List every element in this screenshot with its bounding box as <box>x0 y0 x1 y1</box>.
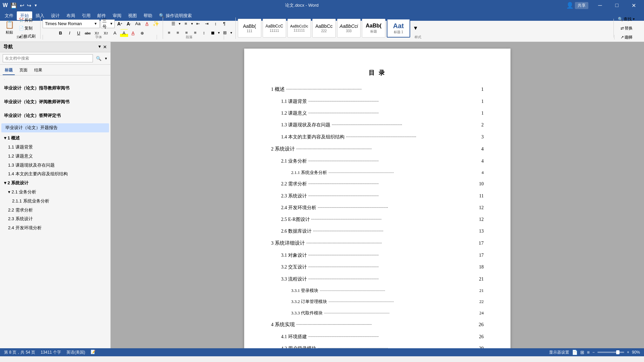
nav-item-ch2[interactable]: ▾ 2 系统设计 <box>0 179 110 188</box>
toc-entry: 2 系统设计··································… <box>271 144 484 154</box>
cut-icon: ✂️ <box>19 18 24 22</box>
profile-icon[interactable]: 👤 <box>566 2 574 9</box>
status-left: 第 8 页，共 54 页 13411 个字 英语(美国) 📝 <box>4 350 96 355</box>
toc-entry: 1.2 课题意义································… <box>271 109 484 117</box>
language: 英语(美国) <box>66 350 85 355</box>
nav-item-2-1[interactable]: ▾ 2.1 业务分析 <box>0 188 110 197</box>
toc-entry: 2.2 需求分析································… <box>271 180 484 188</box>
copy-button[interactable]: 📄 复制 <box>17 24 38 32</box>
nav-search-input[interactable] <box>3 54 93 62</box>
nav-title: 导航 <box>3 44 13 50</box>
zoom-out-button[interactable]: − <box>592 350 595 355</box>
display-settings-button[interactable]: 显示器设置 <box>549 350 569 355</box>
view-read-button[interactable]: ≡ <box>587 350 590 355</box>
toc-entry: 3.3 流程设计································… <box>271 275 484 283</box>
shrink-font-button[interactable]: A- <box>125 20 133 28</box>
nav-item-2-3[interactable]: 2.3 系统设计 <box>0 215 110 224</box>
title-bar: W 💾 ↩ ↪ ▼ 论文.docx - Word 👤 共享 ─ □ ✕ <box>0 0 644 11</box>
shading-dropdown-arrow[interactable]: ▼ <box>217 31 220 35</box>
view-web-button[interactable]: ⊞ <box>580 350 584 355</box>
page-info: 第 8 页，共 54 页 <box>4 350 35 355</box>
toc-entry: 2.1.1 系统业务分析····························… <box>271 169 484 176</box>
font-name-dropdown[interactable]: Times New Roman ▼ <box>43 19 100 28</box>
nav-item-2-1-1[interactable]: 2.1.1 系统业务分析 <box>0 197 110 206</box>
document-area[interactable]: 目 录 1 概述································… <box>111 42 644 348</box>
title-left: W 💾 ↩ ↪ ▼ <box>3 2 38 9</box>
nav-close-button[interactable]: ✕ <box>103 44 107 50</box>
toc-entry: 3.3.2 订单管理模块····························… <box>271 298 484 305</box>
undo-button[interactable]: ↩ <box>20 2 24 9</box>
clear-formatting-button[interactable]: A <box>143 20 151 28</box>
toc-entry: 4.1 环境搭建································… <box>271 333 484 341</box>
maximize-button[interactable]: □ <box>609 0 625 11</box>
font-label: 字体 <box>43 35 157 40</box>
document-page: 目 录 1 概述································… <box>244 49 511 348</box>
minimize-button[interactable]: ─ <box>592 0 608 11</box>
sort-button[interactable]: ↕ <box>212 20 220 28</box>
toc-title: 目 录 <box>271 69 484 77</box>
nav-tab-headings[interactable]: 标题 <box>3 66 15 75</box>
nav-tab-results[interactable]: 结果 <box>32 66 44 75</box>
nav-search-dropdown[interactable]: ▼ <box>104 57 108 60</box>
nav-item-proposal[interactable]: 毕业设计（论文）开题报告 <box>1 123 109 132</box>
redo-button[interactable]: ↪ <box>27 2 31 9</box>
font-size-arrow: ▼ <box>110 22 113 25</box>
customize-qat[interactable]: ▼ <box>34 3 38 7</box>
spell-check-icon[interactable]: 📝 <box>91 350 96 355</box>
nav-search-button[interactable]: 🔍 <box>94 54 103 62</box>
nav-tabs: 标题 页面 结果 <box>0 65 110 75</box>
nav-tab-pages[interactable]: 页面 <box>17 66 30 75</box>
nav-item-ch1[interactable]: ▾ 1 概述 <box>0 134 110 143</box>
nav-item-1-2[interactable]: 1.2 课题意义 <box>0 152 110 161</box>
find-button[interactable]: 🔍 查找 ▼ <box>616 15 637 23</box>
styles-more-button[interactable]: ▼ <box>412 24 420 32</box>
numbering-button[interactable]: ≡ <box>182 20 190 28</box>
toc-entry: 2.1 业务分析································… <box>271 157 484 165</box>
save-button[interactable]: 💾 <box>10 2 17 9</box>
toc-entry: 4 系统实现··································… <box>271 320 484 329</box>
nav-item-2-2[interactable]: 2.2 需求分析 <box>0 206 110 215</box>
bullets-dropdown-arrow[interactable]: ▼ <box>178 22 181 25</box>
grow-font-button[interactable]: A+ <box>116 20 124 28</box>
styles-label: 样式 <box>224 35 614 40</box>
replace-button[interactable]: ⇄ 替换 <box>619 24 635 32</box>
show-marks-button[interactable]: ¶ <box>220 20 228 28</box>
toc-entry: 2.4 开发环境分析······························… <box>271 203 484 212</box>
paste-button[interactable]: 📋 粘贴 <box>3 19 16 37</box>
decrease-indent-button[interactable]: ⇤ <box>194 20 202 28</box>
nav-item-guide1[interactable]: 毕业设计（论文）指导教师审阅书 <box>0 84 110 93</box>
nav-item-1-1[interactable]: 1.1 课题背景 <box>0 143 110 152</box>
nav-item-1-4[interactable]: 1.4 本文的主要内容及组织结构 <box>0 170 110 179</box>
paste-icon: 📋 <box>5 20 14 29</box>
nav-controls: ▼ ✕ <box>98 44 107 50</box>
font-size-dropdown[interactable]: 三号 ▼ <box>101 19 115 28</box>
numbering-dropdown-arrow[interactable]: ▼ <box>191 22 194 25</box>
nav-item-guide3[interactable]: 毕业设计（论文）答辩评定书 <box>0 111 110 120</box>
borders-dropdown-arrow[interactable]: ▼ <box>230 31 233 35</box>
increase-indent-button[interactable]: ⇥ <box>203 20 211 28</box>
nav-item-1-3[interactable]: 1.3 课题现状及存在问题 <box>0 161 110 170</box>
nav-item-guide2[interactable]: 毕业设计（论文）评阅教师评阅书 <box>0 98 110 107</box>
view-normal-button[interactable]: 📄 <box>572 350 578 355</box>
bullets-button[interactable]: ☰ <box>169 20 177 28</box>
zoom-in-button[interactable]: + <box>627 350 629 355</box>
ribbon: 📋 粘贴 ✂️ 剪切 📄 复制 🖌 格式刷 <box>0 21 644 42</box>
nav-content: · 毕业设计（论文）指导教师审阅书 毕业设计（论文）评阅教师评阅书 毕业设计（论… <box>0 75 110 348</box>
zoom-slider[interactable] <box>597 352 624 353</box>
change-case-button[interactable]: Aa <box>134 20 142 28</box>
editing-label: 编辑 <box>614 35 641 40</box>
magic-button[interactable]: ✨ <box>152 20 160 28</box>
nav-search-bar: 🔍 ▼ <box>0 52 110 65</box>
word-logo-icon: W <box>3 2 8 8</box>
cut-button[interactable]: ✂️ 剪切 <box>17 16 38 24</box>
nav-dot: · <box>0 77 110 82</box>
zoom-level[interactable]: 90% <box>632 350 640 355</box>
toc-entry: 1.1 课题背景································… <box>271 97 484 106</box>
close-button[interactable]: ✕ <box>626 0 641 11</box>
title-right: 👤 共享 ─ □ ✕ <box>566 0 641 11</box>
share-button[interactable]: 共享 <box>575 2 588 9</box>
document-title: 论文.docx - Word <box>38 2 566 8</box>
nav-item-2-4[interactable]: 2.4 开发环境分析 <box>0 224 110 233</box>
toc-entry: 1.4 本文的主要内容及组织结构························… <box>271 133 484 141</box>
nav-search-toggle[interactable]: ▼ <box>98 44 102 50</box>
